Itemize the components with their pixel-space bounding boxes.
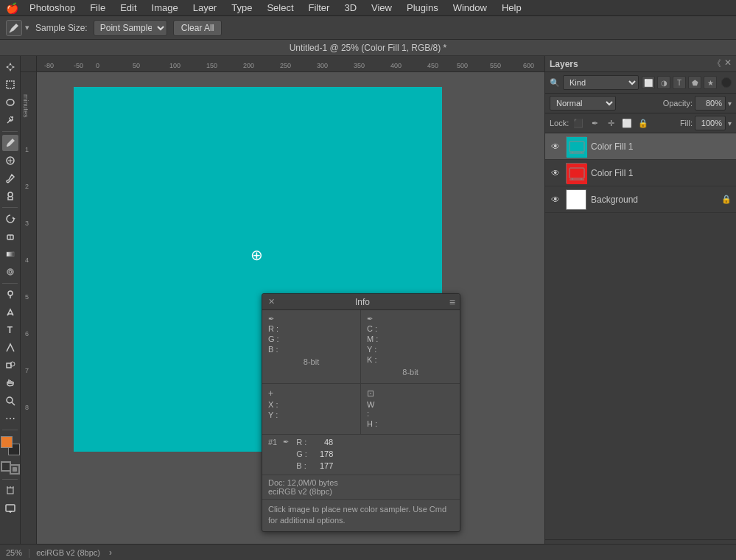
layer-name-2: Background	[591, 195, 717, 205]
filter-shape-icon[interactable]: ⬟	[688, 76, 701, 89]
filter-type-icon[interactable]: T	[673, 76, 686, 89]
blend-mode-select[interactable]: Normal Multiply Screen Overlay	[550, 96, 616, 111]
text-icon[interactable]: T	[2, 322, 18, 338]
ruler-top: -80 -50 0 50 100 150 200 250 300 350 400…	[37, 56, 544, 72]
info-x-label: X :	[268, 400, 280, 409]
layer-thumbnail-0	[566, 136, 586, 157]
lock-transparent-pixels-icon[interactable]: ⬛	[572, 116, 585, 130]
info-panel-close-icon[interactable]: ✕	[267, 298, 276, 307]
opacity-chevron-icon[interactable]: ▾	[728, 99, 732, 108]
menu-help[interactable]: Help	[496, 1, 528, 15]
filter-toggle-dot[interactable]	[721, 77, 732, 88]
quick-mask-icon[interactable]	[10, 464, 20, 475]
menu-plugins[interactable]: Plugins	[401, 1, 444, 15]
sampler-number: #1	[268, 438, 277, 472]
menu-view[interactable]: View	[365, 1, 398, 15]
filter-pixel-icon[interactable]: ⬜	[642, 76, 655, 89]
menu-file[interactable]: File	[84, 1, 111, 15]
rectangular-marquee-icon[interactable]	[2, 77, 18, 93]
lock-artboard-icon[interactable]: ⬜	[620, 116, 634, 130]
eraser-icon[interactable]	[2, 228, 18, 245]
pen-icon[interactable]	[2, 304, 18, 321]
layers-filter-row: 🔍 Kind ⬜ ◑ T ⬟ ★	[545, 72, 736, 94]
blur-icon[interactable]	[2, 264, 18, 280]
layers-lock-fill-row: Lock: ⬛ ✒ ✛ ⬜ 🔒 Fill: ▾	[545, 113, 736, 133]
zoom-icon[interactable]	[2, 393, 18, 409]
info-k-row: K :	[367, 355, 454, 364]
gradient-icon[interactable]	[2, 246, 18, 262]
lock-image-pixels-icon[interactable]: ✒	[588, 116, 601, 130]
filter-smart-icon[interactable]: ★	[704, 76, 717, 89]
eyedropper-cmyk-icon: ✒	[367, 315, 377, 323]
sample-size-select[interactable]: Point Sample 3 by 3 Average 5 by 5 Avera…	[94, 20, 167, 36]
lasso-icon[interactable]	[2, 94, 18, 111]
info-doc-size: Doc: 12,0M/0 bytes	[268, 478, 454, 487]
options-toolbar: ▾ Sample Size: Point Sample 3 by 3 Avera…	[0, 16, 736, 40]
stamp-icon[interactable]	[2, 188, 18, 204]
menu-filter[interactable]: Filter	[303, 1, 336, 15]
lock-position-icon[interactable]: ✛	[604, 116, 617, 130]
info-r-label: R :	[268, 324, 280, 333]
shape-icon[interactable]	[2, 357, 18, 374]
layers-panel-collapse-icon[interactable]: 《	[712, 57, 721, 70]
info-panel-menu-icon[interactable]: ≡	[449, 296, 455, 308]
path-select-icon[interactable]	[2, 340, 18, 356]
menu-edit[interactable]: Edit	[114, 1, 142, 15]
opacity-section: Opacity: ▾	[663, 96, 732, 111]
filter-adjustment-icon[interactable]: ◑	[657, 76, 670, 89]
document-title: Untitled-1 @ 25% (Color Fill 1, RGB/8) *	[290, 43, 447, 53]
menu-window[interactable]: Window	[447, 1, 493, 15]
layer-visibility-0[interactable]: 👁	[550, 141, 561, 153]
apple-logo-icon[interactable]: 🍎	[6, 2, 18, 14]
layer-item-2[interactable]: 👁 Background 🔒	[545, 186, 736, 213]
layer-item-1[interactable]: 👁 Color Fill 1	[545, 160, 736, 186]
menu-select[interactable]: Select	[261, 1, 299, 15]
layer-item-0[interactable]: 👁 Color Fill 1	[545, 133, 736, 160]
status-arrow-icon[interactable]: ›	[109, 547, 112, 558]
brush-icon[interactable]	[2, 170, 18, 186]
foreground-color-swatch[interactable]	[1, 436, 13, 448]
lock-icons-group: ⬛ ✒ ✛ ⬜ 🔒	[572, 116, 650, 130]
menu-3d[interactable]: 3D	[338, 1, 362, 15]
magic-wand-icon[interactable]	[2, 112, 18, 128]
dodge-icon[interactable]	[2, 287, 18, 303]
svg-point-13	[7, 269, 13, 275]
spot-heal-icon[interactable]	[2, 153, 18, 169]
info-wh-icon-row: ⊡	[367, 388, 454, 399]
layer-thumbnail-1	[566, 163, 586, 183]
layer-filter-select[interactable]: Kind	[563, 75, 639, 90]
eyedropper-left-icon[interactable]	[2, 135, 18, 151]
info-g-row: G :	[268, 335, 354, 343]
clear-all-button[interactable]: Clear All	[173, 20, 222, 36]
layer-filter-type-icons: ⬜ ◑ T ⬟ ★	[642, 76, 717, 89]
hand-icon[interactable]	[2, 375, 18, 391]
eyedropper-icon	[6, 20, 22, 36]
screen-mode-icon[interactable]	[2, 500, 18, 517]
info-m-label: M :	[367, 335, 379, 343]
fill-chevron-icon[interactable]: ▾	[728, 119, 732, 127]
info-y2-row: Y :	[268, 410, 354, 419]
status-divider: |	[28, 547, 30, 558]
lock-all-icon[interactable]: 🔒	[637, 116, 650, 130]
history-brush-icon[interactable]	[2, 211, 18, 227]
artboard-icon[interactable]	[2, 483, 18, 499]
layer-name-0: Color Fill 1	[591, 141, 732, 152]
menu-photoshop[interactable]: Photoshop	[24, 1, 81, 15]
color-swatches[interactable]	[1, 436, 20, 455]
layers-panel-close-icon[interactable]: ✕	[724, 57, 732, 70]
canvas-area[interactable]: -80 -50 0 50 100 150 200 250 300 350 400…	[21, 56, 544, 560]
layer-visibility-2[interactable]: 👁	[550, 194, 561, 206]
eye-icon-2: 👁	[551, 195, 560, 205]
menu-layer[interactable]: Layer	[187, 1, 223, 15]
extra-tools-icon[interactable]: ⋯	[2, 410, 18, 427]
fill-input[interactable]	[695, 116, 726, 130]
move-tool-icon[interactable]	[2, 59, 18, 75]
opacity-input[interactable]	[695, 96, 726, 111]
menu-image[interactable]: Image	[146, 1, 184, 15]
info-panel-title: Info	[355, 297, 370, 307]
info-sampler-section: #1 ✒ R : 48 G : 178 B : 177	[262, 435, 460, 475]
canvas-content[interactable]: ⊕ ✕ Info ≡ ✒ R :	[37, 72, 544, 560]
menu-type[interactable]: Type	[225, 1, 258, 15]
info-panel: ✕ Info ≡ ✒ R : G :	[262, 293, 460, 532]
layer-visibility-1[interactable]: 👁	[550, 167, 561, 179]
